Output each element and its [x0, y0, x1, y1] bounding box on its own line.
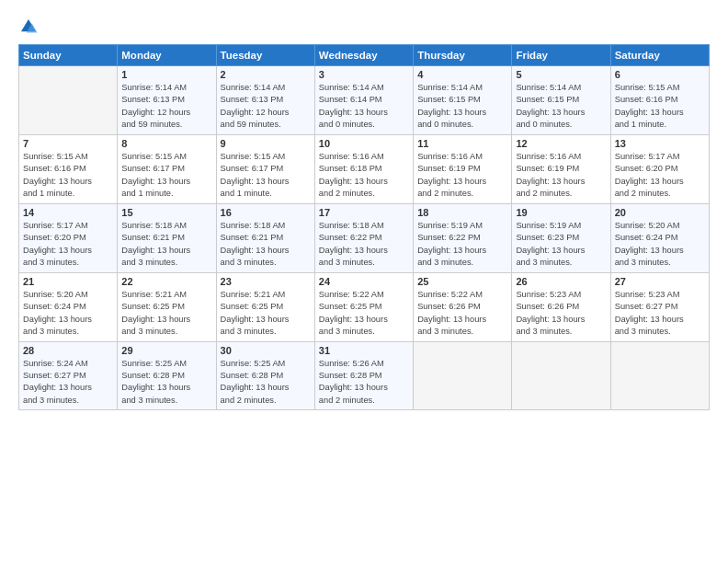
day-cell: 18Sunrise: 5:19 AMSunset: 6:22 PMDayligh… — [414, 203, 512, 272]
day-cell: 10Sunrise: 5:16 AMSunset: 6:18 PMDayligh… — [314, 134, 413, 203]
day-number: 4 — [417, 69, 507, 80]
day-info: Sunrise: 5:14 AMSunset: 6:13 PMDaylight:… — [121, 82, 211, 132]
day-info: Sunrise: 5:17 AMSunset: 6:20 PMDaylight:… — [23, 220, 113, 270]
day-number: 23 — [221, 276, 311, 287]
day-info: Sunrise: 5:22 AMSunset: 6:26 PMDaylight:… — [417, 289, 507, 339]
day-cell: 24Sunrise: 5:22 AMSunset: 6:25 PMDayligh… — [314, 272, 413, 341]
day-number: 13 — [615, 138, 705, 149]
week-row-3: 14Sunrise: 5:17 AMSunset: 6:20 PMDayligh… — [19, 203, 710, 272]
day-cell: 6Sunrise: 5:15 AMSunset: 6:16 PMDaylight… — [610, 66, 709, 135]
day-cell: 7Sunrise: 5:15 AMSunset: 6:16 PMDaylight… — [19, 134, 118, 203]
day-info: Sunrise: 5:14 AMSunset: 6:15 PMDaylight:… — [417, 82, 507, 132]
day-cell: 17Sunrise: 5:18 AMSunset: 6:22 PMDayligh… — [314, 203, 413, 272]
day-number: 3 — [319, 69, 409, 80]
day-info: Sunrise: 5:15 AMSunset: 6:17 PMDaylight:… — [121, 151, 211, 201]
week-row-4: 21Sunrise: 5:20 AMSunset: 6:24 PMDayligh… — [19, 272, 710, 341]
day-info: Sunrise: 5:21 AMSunset: 6:25 PMDaylight:… — [121, 289, 211, 339]
day-info: Sunrise: 5:20 AMSunset: 6:24 PMDaylight:… — [615, 220, 705, 270]
day-info: Sunrise: 5:14 AMSunset: 6:13 PMDaylight:… — [221, 82, 311, 132]
day-info: Sunrise: 5:18 AMSunset: 6:21 PMDaylight:… — [121, 220, 211, 270]
day-cell: 19Sunrise: 5:19 AMSunset: 6:23 PMDayligh… — [512, 203, 610, 272]
day-info: Sunrise: 5:15 AMSunset: 6:16 PMDaylight:… — [23, 151, 113, 201]
day-info: Sunrise: 5:23 AMSunset: 6:27 PMDaylight:… — [615, 289, 705, 339]
day-number: 21 — [23, 276, 113, 287]
day-info: Sunrise: 5:21 AMSunset: 6:25 PMDaylight:… — [221, 289, 311, 339]
day-cell: 5Sunrise: 5:14 AMSunset: 6:15 PMDaylight… — [512, 66, 610, 135]
day-cell: 3Sunrise: 5:14 AMSunset: 6:14 PMDaylight… — [314, 66, 413, 135]
day-cell: 1Sunrise: 5:14 AMSunset: 6:13 PMDaylight… — [118, 66, 216, 135]
day-number: 22 — [121, 276, 211, 287]
day-info: Sunrise: 5:15 AMSunset: 6:16 PMDaylight:… — [615, 82, 705, 132]
day-number: 20 — [615, 207, 705, 218]
day-cell: 13Sunrise: 5:17 AMSunset: 6:20 PMDayligh… — [610, 134, 709, 203]
day-number: 16 — [221, 207, 311, 218]
day-number: 24 — [319, 276, 409, 287]
header-day-wednesday: Wednesday — [314, 45, 413, 66]
day-info: Sunrise: 5:18 AMSunset: 6:22 PMDaylight:… — [319, 220, 409, 270]
day-cell: 9Sunrise: 5:15 AMSunset: 6:17 PMDaylight… — [216, 134, 314, 203]
week-row-2: 7Sunrise: 5:15 AMSunset: 6:16 PMDaylight… — [19, 134, 710, 203]
day-number: 29 — [121, 345, 211, 356]
week-row-5: 28Sunrise: 5:24 AMSunset: 6:27 PMDayligh… — [19, 341, 710, 410]
day-cell: 26Sunrise: 5:23 AMSunset: 6:26 PMDayligh… — [512, 272, 610, 341]
header — [18, 17, 710, 37]
day-number: 25 — [417, 276, 507, 287]
page: SundayMondayTuesdayWednesdayThursdayFrid… — [0, 0, 728, 563]
day-cell: 14Sunrise: 5:17 AMSunset: 6:20 PMDayligh… — [19, 203, 118, 272]
day-cell: 16Sunrise: 5:18 AMSunset: 6:21 PMDayligh… — [216, 203, 314, 272]
day-info: Sunrise: 5:24 AMSunset: 6:27 PMDaylight:… — [23, 358, 113, 408]
day-info: Sunrise: 5:19 AMSunset: 6:22 PMDaylight:… — [417, 220, 507, 270]
day-info: Sunrise: 5:16 AMSunset: 6:19 PMDaylight:… — [417, 151, 507, 201]
day-number: 15 — [121, 207, 211, 218]
day-info: Sunrise: 5:26 AMSunset: 6:28 PMDaylight:… — [319, 358, 409, 408]
day-cell: 30Sunrise: 5:25 AMSunset: 6:28 PMDayligh… — [216, 341, 314, 410]
day-cell: 22Sunrise: 5:21 AMSunset: 6:25 PMDayligh… — [118, 272, 216, 341]
day-cell — [19, 66, 118, 135]
day-info: Sunrise: 5:18 AMSunset: 6:21 PMDaylight:… — [221, 220, 311, 270]
day-number: 17 — [319, 207, 409, 218]
day-number: 6 — [615, 69, 705, 80]
day-number: 12 — [516, 138, 606, 149]
day-cell: 2Sunrise: 5:14 AMSunset: 6:13 PMDaylight… — [216, 66, 314, 135]
day-number: 9 — [221, 138, 311, 149]
day-cell — [414, 341, 512, 410]
day-number: 27 — [615, 276, 705, 287]
day-cell: 15Sunrise: 5:18 AMSunset: 6:21 PMDayligh… — [118, 203, 216, 272]
day-cell: 23Sunrise: 5:21 AMSunset: 6:25 PMDayligh… — [216, 272, 314, 341]
day-cell — [512, 341, 610, 410]
calendar-table: SundayMondayTuesdayWednesdayThursdayFrid… — [18, 44, 710, 410]
day-cell: 20Sunrise: 5:20 AMSunset: 6:24 PMDayligh… — [610, 203, 709, 272]
day-cell — [610, 341, 709, 410]
day-cell: 25Sunrise: 5:22 AMSunset: 6:26 PMDayligh… — [414, 272, 512, 341]
day-cell: 8Sunrise: 5:15 AMSunset: 6:17 PMDaylight… — [118, 134, 216, 203]
day-info: Sunrise: 5:20 AMSunset: 6:24 PMDaylight:… — [23, 289, 113, 339]
day-number: 2 — [221, 69, 311, 80]
day-number: 14 — [23, 207, 113, 218]
day-info: Sunrise: 5:22 AMSunset: 6:25 PMDaylight:… — [319, 289, 409, 339]
day-number: 19 — [516, 207, 606, 218]
day-info: Sunrise: 5:25 AMSunset: 6:28 PMDaylight:… — [121, 358, 211, 408]
day-number: 18 — [417, 207, 507, 218]
day-number: 30 — [221, 345, 311, 356]
logo — [18, 17, 42, 37]
header-day-sunday: Sunday — [19, 45, 118, 66]
day-info: Sunrise: 5:17 AMSunset: 6:20 PMDaylight:… — [615, 151, 705, 201]
day-number: 7 — [23, 138, 113, 149]
header-day-friday: Friday — [512, 45, 610, 66]
header-day-saturday: Saturday — [610, 45, 709, 66]
day-number: 28 — [23, 345, 113, 356]
week-row-1: 1Sunrise: 5:14 AMSunset: 6:13 PMDaylight… — [19, 66, 710, 135]
day-info: Sunrise: 5:23 AMSunset: 6:26 PMDaylight:… — [516, 289, 606, 339]
day-number: 8 — [121, 138, 211, 149]
header-row: SundayMondayTuesdayWednesdayThursdayFrid… — [19, 45, 710, 66]
day-cell: 21Sunrise: 5:20 AMSunset: 6:24 PMDayligh… — [19, 272, 118, 341]
day-cell: 12Sunrise: 5:16 AMSunset: 6:19 PMDayligh… — [512, 134, 610, 203]
day-info: Sunrise: 5:14 AMSunset: 6:15 PMDaylight:… — [516, 82, 606, 132]
day-cell: 29Sunrise: 5:25 AMSunset: 6:28 PMDayligh… — [118, 341, 216, 410]
day-number: 1 — [121, 69, 211, 80]
day-number: 11 — [417, 138, 507, 149]
day-cell: 27Sunrise: 5:23 AMSunset: 6:27 PMDayligh… — [610, 272, 709, 341]
header-day-tuesday: Tuesday — [216, 45, 314, 66]
day-cell: 4Sunrise: 5:14 AMSunset: 6:15 PMDaylight… — [414, 66, 512, 135]
header-day-thursday: Thursday — [414, 45, 512, 66]
